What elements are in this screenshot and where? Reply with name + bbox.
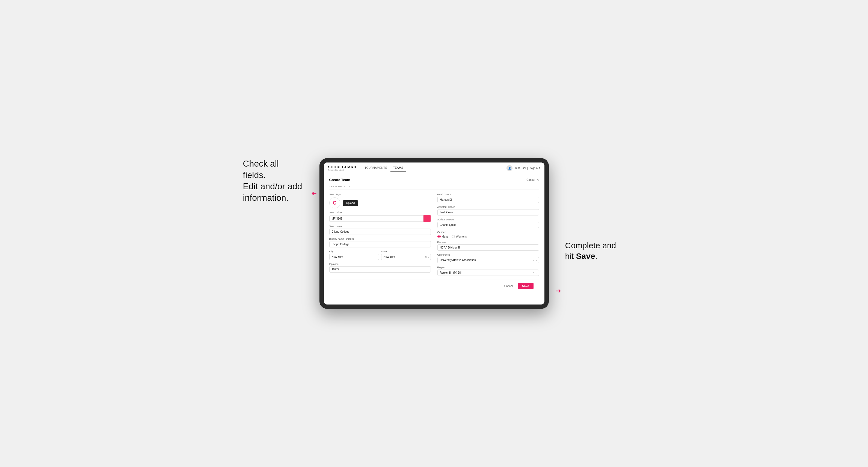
division-input[interactable] [437,244,539,251]
region-label: Region [437,266,539,269]
division-field: Division ⌄ [437,241,539,251]
logo-preview: C [329,197,340,208]
team-colour-input[interactable] [329,216,423,222]
avatar-icon: 👤 [508,167,511,169]
page-title: Create Team [329,178,350,182]
region-clear-icon[interactable]: ✕ [532,272,535,274]
gender-options: Mens Womens [437,235,539,238]
team-name-label: Team name [329,225,431,228]
womens-radio[interactable] [452,235,455,238]
zip-input[interactable] [329,266,431,273]
city-input[interactable] [329,254,379,260]
nav-tournaments[interactable]: TOURNAMENTS [362,165,390,172]
display-name-field: Display name (unique) [329,238,431,247]
division-select-wrapper: ⌄ [437,244,539,251]
city-field: City [329,250,379,260]
team-name-input[interactable] [329,228,431,235]
save-button[interactable]: Save [518,283,533,289]
cancel-footer-button[interactable]: Cancel [502,283,516,289]
city-state-row: City State ✕ ⌄ [329,250,431,260]
form-grid: Team logo C Upload Team colour [329,193,539,276]
form-footer: Cancel Save [329,279,539,292]
state-input-wrapper: ✕ ⌄ [381,254,431,260]
gender-field: Gender Mens Womens [437,231,539,238]
conference-field: Conference ✕ ⌄ [437,253,539,263]
nav-right: 👤 Test User | Sign out [506,165,540,171]
state-clear-icon[interactable]: ✕ [425,256,427,258]
nav-links: TOURNAMENTS TEAMS [362,165,501,172]
team-logo-field: Team logo C Upload [329,193,431,208]
cancel-header-button[interactable]: Cancel ✕ [526,178,539,182]
conference-select-wrapper: ✕ ⌄ [437,257,539,263]
brand-logo: SCOREBOARD Powered by clippd [328,165,356,171]
form-left-column: Team logo C Upload Team colour [329,193,431,276]
team-name-field: Team name [329,225,431,235]
annotation-right: Complete and hit Save. [565,240,625,261]
mens-radio[interactable] [437,235,441,238]
annotation-arrow-left: ➜ [311,190,317,197]
head-coach-input[interactable] [437,197,539,203]
city-label: City [329,250,379,253]
head-coach-field: Head Coach [437,193,539,203]
tablet-screen: SCOREBOARD Powered by clippd TOURNAMENTS… [324,162,545,305]
brand-subtitle: Powered by clippd [328,169,356,171]
region-select-wrapper: ✕ ⌄ [437,270,539,276]
page-header: Create Team Cancel ✕ [329,178,539,182]
assistant-coach-label: Assistant Coach [437,206,539,208]
color-input-row [329,215,431,222]
annotation-left: Check all fields. Edit and/or add inform… [243,158,303,204]
conference-input[interactable] [437,257,539,263]
brand-title: SCOREBOARD [328,165,356,169]
display-name-input[interactable] [329,241,431,247]
region-input[interactable] [437,270,539,276]
annotation-arrow-right: ➜ [556,287,561,295]
head-coach-label: Head Coach [437,193,539,196]
state-label: State [381,250,431,253]
user-avatar: 👤 [506,165,513,171]
state-field: State ✕ ⌄ [381,250,431,260]
conference-label: Conference [437,253,539,256]
form-right-column: Head Coach Assistant Coach Athletic Dire… [437,193,539,276]
state-dropdown-icon: ⌄ [428,256,430,258]
close-icon: ✕ [536,178,539,182]
assistant-coach-field: Assistant Coach [437,206,539,216]
display-name-label: Display name (unique) [329,238,431,240]
tablet-device: SCOREBOARD Powered by clippd TOURNAMENTS… [319,158,549,309]
assistant-coach-input[interactable] [437,209,539,216]
gender-mens-option[interactable]: Mens [437,235,448,238]
color-swatch[interactable] [423,215,431,222]
athletic-director-label: Athletic Director [437,218,539,221]
athletic-director-input[interactable] [437,222,539,228]
main-content: Create Team Cancel ✕ TEAM DETAILS Team [324,174,545,296]
city-state-field: City State ✕ ⌄ [329,250,431,260]
nav-teams[interactable]: TEAMS [391,165,406,172]
conference-clear-icon[interactable]: ✕ [532,259,535,261]
state-input[interactable] [381,254,431,260]
team-colour-label: Team colour [329,211,431,214]
womens-label: Womens [456,235,467,238]
navbar: SCOREBOARD Powered by clippd TOURNAMENTS… [324,162,545,174]
gender-label: Gender [437,231,539,234]
logo-preview-row: C Upload [329,197,431,208]
mens-label: Mens [442,235,448,238]
zip-code-field: Zip code [329,263,431,273]
signout-link[interactable]: Sign out [530,166,540,169]
zip-label: Zip code [329,263,431,266]
upload-button[interactable]: Upload [343,200,358,206]
division-label: Division [437,241,539,244]
athletic-director-field: Athletic Director [437,218,539,228]
team-colour-field: Team colour [329,211,431,222]
nav-user-text: Test User | [515,166,528,169]
team-logo-label: Team logo [329,193,431,196]
section-label: TEAM DETAILS [329,185,539,190]
region-field: Region ✕ ⌄ [437,266,539,276]
gender-womens-option[interactable]: Womens [452,235,467,238]
